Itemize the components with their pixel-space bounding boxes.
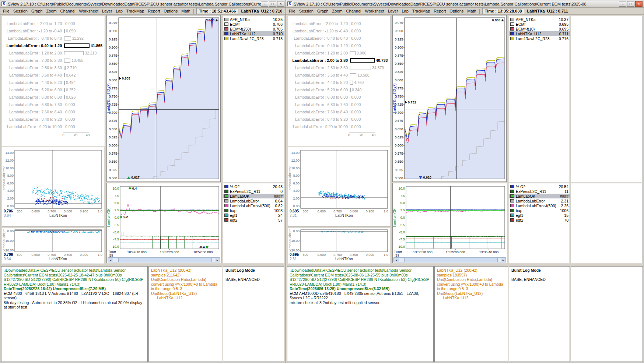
legend-row-expressl2c-r11[interactable]: ExPressL2C_R110 [223, 189, 284, 194]
menu-item-channel[interactable]: Channel [59, 8, 77, 14]
legend-row-lam4rawl2c-r23[interactable]: Lam4RawL2C_R230.716 [509, 36, 570, 41]
histogram-row[interactable]: LambdaLabError : 6.00 to 6.800.000 [288, 94, 391, 101]
histogram-row[interactable]: LambdaLabError : 6.80 to 7.600.000 [2, 101, 105, 108]
histogram-row[interactable]: LambdaLabError : 8.40 to 9.200.000 [288, 116, 391, 123]
histogram-row[interactable]: LambdaLabError : -1.20 to -0.400.000 [288, 27, 391, 35]
histogram-row[interactable]: LambdaLabError : -2.00 to -1.200.000 [2, 20, 105, 27]
menu-item-math[interactable]: Math [465, 8, 478, 14]
legend-row-egt1[interactable]: egt115 [509, 213, 570, 218]
lamlabok-time-chart[interactable]: LamLabOK10.07.55.02.50.0-2.5-5.0-7.5-10.… [393, 183, 507, 257]
legend-row-egt1[interactable]: egt124 [223, 213, 284, 218]
histogram-row[interactable]: LambdaLabError : 3.60 to 4.400.642 [2, 71, 105, 79]
legend-row-lambdalaberror[interactable]: LambdaLabError2.31 [509, 198, 570, 203]
maximize-button[interactable]: ▢ [269, 1, 276, 7]
close-button[interactable]: ✕ [635, 1, 643, 7]
scroll-left-button[interactable]: ◄ [394, 258, 399, 262]
legend-row-lambdalaberror[interactable]: LambdaLabError0.64 [223, 198, 284, 203]
menu-item-graph[interactable]: Graph [315, 8, 330, 14]
lambda-error-scatter-panel-chart[interactable]: LambdaLabError14.0012.0010.008.006.004.0… [288, 147, 390, 226]
menu-item-options[interactable]: Options [162, 8, 179, 14]
legend-row-ecmf-f-10[interactable]: ECMf-f(10)0.695 [509, 27, 570, 31]
menu-item-lap[interactable]: Lap [114, 8, 124, 14]
histogram-row[interactable]: LambdaLabError : 7.60 to 8.400.000 [288, 108, 391, 116]
menu-item-file[interactable]: File [287, 8, 297, 14]
maximize-button[interactable]: ▢ [627, 1, 634, 7]
histogram-row[interactable]: LambdaLabError : 2.80 to 3.602.710 [2, 64, 105, 71]
legend-row-lamlabok[interactable]: LamLabOK#### [509, 194, 570, 198]
lambda-step-chart[interactable]: LabNTKa_U12 (λ)0.9750.9500.9250.9000.875… [107, 15, 220, 182]
lambda-error-zoom-panel-chart[interactable]: LambdaLabErr0.00-10.00-20.005000.6000.70… [2, 228, 104, 264]
menu-item-math[interactable]: Math [179, 8, 192, 14]
menu-item-report[interactable]: Report [146, 8, 162, 14]
menu-item-file[interactable]: File [1, 8, 11, 14]
scroll-left-button[interactable]: ◄ [108, 258, 113, 262]
menu-item-layer[interactable]: Layer [386, 8, 400, 14]
histogram-row[interactable]: LambdaLabError : 0.40 to 1.200.000 [288, 42, 391, 49]
legend-row-expressl2c-r11[interactable]: ExPressL2C_R1111 [509, 189, 570, 194]
legend-row-ecmf[interactable]: ECMf0.695 [509, 22, 570, 27]
menu-item-session[interactable]: Session [297, 8, 315, 14]
histogram-row[interactable]: LambdaLabError : 9.20 to 10.000.000 [288, 123, 391, 130]
minimize-button[interactable]: – [261, 1, 268, 7]
histogram-row[interactable]: LambdaLabError : 5.20 to 6.000.340 [288, 86, 391, 94]
legend-row-o2[interactable]: % O220.43 [223, 184, 284, 189]
menu-item-layer[interactable]: Layer [100, 8, 114, 14]
histogram-row[interactable]: LambdaLabError : 9.20 to 10.000.000 [2, 123, 105, 130]
menu-item-trackmap[interactable]: TrackMap [410, 8, 432, 14]
menu-item-worksheet[interactable]: Worksheet [77, 8, 100, 14]
menu-item-report[interactable]: Report [432, 8, 448, 14]
time-scrollbar[interactable]: ◄► [393, 257, 506, 262]
histogram-row[interactable]: LambdaLabError : 7.60 to 8.400.000 [2, 108, 105, 116]
menu-item-graph[interactable]: Graph [29, 8, 45, 14]
histogram-row[interactable]: LambdaLabError : 4.40 to 5.204.760 [288, 79, 391, 86]
legend-row-lambdalaberror-f-500[interactable]: LambdaLabError-f(500)2.26 [509, 203, 570, 208]
menu-item-zoom[interactable]: Zoom [44, 8, 58, 14]
scrollbar-track[interactable] [113, 258, 215, 262]
menu-item-lap[interactable]: Lap [400, 8, 410, 14]
histogram-row[interactable]: LambdaLabError : 1.20 to 2.0032.213 [2, 49, 105, 57]
legend-row-labntka-u12[interactable]: LabNTKa_U120.711 [509, 31, 570, 36]
histogram-row[interactable]: LambdaLabError : 6.00 to 6.800.026 [2, 94, 105, 101]
histogram-row[interactable]: LambdaLabError : 8.40 to 9.200.000 [2, 116, 105, 123]
histogram-row[interactable]: LambdaLabError : 2.80 to 3.6034.573 [288, 64, 391, 71]
lambda-step-chart[interactable]: LabNTKa_U12 (λ)0.9750.9500.9250.9000.875… [393, 15, 506, 182]
close-button[interactable]: ✕ [277, 1, 284, 7]
menu-item-channel[interactable]: Channel [344, 8, 363, 14]
menu-item-zoom[interactable]: Zoom [330, 8, 344, 14]
menu-item-worksheet[interactable]: Worksheet [363, 8, 386, 14]
lambda-error-zoom-panel-chart[interactable]: LambdaLabErr0.00-10.00-20.005000.6000.70… [288, 228, 390, 264]
lambda-error-scatter-panel-chart[interactable]: LambdaLabError14.0012.0010.008.006.004.0… [2, 147, 104, 226]
histogram-row[interactable]: LambdaLabError : 1.20 to 2.009.006 [288, 49, 391, 57]
histogram-row[interactable]: LambdaLabError : -2.00 to -1.200.000 [288, 20, 391, 27]
legend-row-lambdalaberror-f-500[interactable]: LambdaLabError-f(500)0.82 [223, 203, 284, 208]
legend-row-bap[interactable]: bap1006 [509, 208, 570, 213]
legend-row-afr-ntka[interactable]: AFR_NTKa10.37 [509, 17, 570, 22]
histogram-row[interactable]: LambdaLabError : 0.40 to 1.2041.865 [2, 42, 105, 49]
scrollbar-thumb[interactable] [118, 258, 212, 262]
histogram-row[interactable]: LambdaLabError : -1.20 to -0.400.050 [2, 27, 105, 35]
legend-row-bap[interactable]: bap1008 [223, 208, 284, 213]
legend-row-labntka-u12[interactable]: LabNTKa_U120.710 [223, 31, 284, 36]
scrollbar-thumb[interactable] [404, 258, 498, 262]
scroll-right-button[interactable]: ► [501, 258, 506, 262]
histogram-row[interactable]: LambdaLabError : 2.00 to 2.8040.733 [288, 57, 391, 64]
histogram-row[interactable]: LambdaLabError : 6.80 to 7.600.000 [288, 101, 391, 108]
title-bar[interactable]: SSView 2.17.10 : C:\Users\Public\Documen… [286, 0, 644, 8]
legend-row-ecmf[interactable]: ECMf0.706 [223, 22, 284, 27]
histogram-row[interactable]: LambdaLabError : -0.40 to 0.4011.292 [2, 35, 105, 42]
scroll-right-button[interactable]: ► [215, 258, 220, 262]
title-bar[interactable]: SSView 2.17.10 : C:\Users\Public\Documen… [0, 0, 286, 8]
legend-row-lamlabok[interactable]: LamLabOK#### [223, 194, 284, 198]
histogram-row[interactable]: LambdaLabError : 4.40 to 5.200.494 [2, 79, 105, 86]
legend-row-egt2[interactable]: egt257 [223, 218, 284, 222]
legend-row-ecmf-f-250[interactable]: ECMf-f(250)0.705 [223, 27, 284, 31]
menu-item-session[interactable]: Session [11, 8, 29, 14]
legend-row-afr-ntka[interactable]: AFR_NTKa10.35 [223, 17, 284, 22]
legend-row-lam4rawl2c-r23[interactable]: Lam4RawL2C_R230.713 [223, 36, 284, 41]
minimize-button[interactable]: – [619, 1, 626, 7]
histogram-row[interactable]: LambdaLabError : 5.20 to 6.000.252 [2, 86, 105, 94]
histogram-row[interactable]: LambdaLabError : 3.60 to 4.4010.588 [288, 71, 391, 79]
lamlabok-time-chart[interactable]: LamLabOK10.07.55.02.50.0-2.5-5.0-7.5-10.… [107, 183, 221, 257]
menu-item-options[interactable]: Options [448, 8, 465, 14]
histogram-row[interactable]: LambdaLabError : 2.00 to 2.8010.455 [2, 57, 105, 64]
